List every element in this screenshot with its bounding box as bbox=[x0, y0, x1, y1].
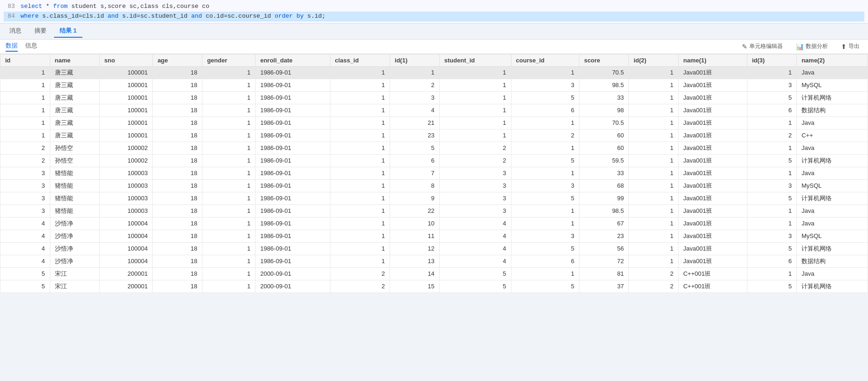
table-cell: 1 bbox=[439, 66, 511, 79]
table-cell: 4 bbox=[439, 217, 511, 230]
table-row[interactable]: 3猪悟能1000031811986-09-011833681Java001班3M… bbox=[0, 179, 868, 192]
table-cell: 18 bbox=[153, 217, 202, 230]
table-cell: 1 bbox=[330, 242, 390, 255]
column-header: enroll_date bbox=[256, 54, 330, 66]
table-cell: Java001班 bbox=[678, 104, 747, 116]
table-cell: 18 bbox=[153, 79, 202, 91]
table-cell: 1 bbox=[511, 267, 579, 280]
table-cell: Java001班 bbox=[678, 242, 747, 255]
table-cell: Java001班 bbox=[678, 142, 747, 154]
table-cell: Java bbox=[797, 267, 868, 280]
table-row[interactable]: 4沙悟净1000041811986-09-0111143231Java001班3… bbox=[0, 230, 868, 242]
table-cell: 100004 bbox=[100, 242, 153, 255]
table-cell: 唐三藏 bbox=[50, 116, 100, 129]
column-header: name(1) bbox=[678, 54, 747, 66]
table-cell: 1986-09-01 bbox=[256, 179, 330, 192]
table-row[interactable]: 1唐三藏1000011811986-09-01121398.51Java001班… bbox=[0, 79, 868, 91]
table-cell: 59.5 bbox=[579, 154, 629, 167]
table-cell: 1986-09-01 bbox=[256, 255, 330, 267]
table-row[interactable]: 3猪悟能1000031811986-09-011935991Java001班5计… bbox=[0, 192, 868, 204]
sub-tab-item[interactable]: 数据 bbox=[6, 41, 18, 52]
table-cell: 1 bbox=[0, 79, 50, 91]
table-cell: 33 bbox=[579, 167, 629, 179]
table-cell: 1 bbox=[511, 217, 579, 230]
table-cell: Java001班 bbox=[678, 167, 747, 179]
table-cell: 21 bbox=[390, 116, 440, 129]
table-row[interactable]: 4沙悟净1000041811986-09-0111245561Java001班5… bbox=[0, 242, 868, 255]
table-cell: 4 bbox=[439, 255, 511, 267]
table-cell: 67 bbox=[579, 217, 629, 230]
table-cell: 18 bbox=[153, 167, 202, 179]
table-cell: Java001班 bbox=[678, 255, 747, 267]
toolbar-action-icon: ✎ bbox=[742, 43, 747, 50]
table-row[interactable]: 5宋江2000011812000-09-0121555372C++001班5计算… bbox=[0, 280, 868, 293]
table-cell: 1 bbox=[330, 91, 390, 104]
table-cell: 5 bbox=[390, 142, 440, 154]
table-cell: 100003 bbox=[100, 204, 153, 217]
table-cell: 1 bbox=[330, 116, 390, 129]
table-cell: 100004 bbox=[100, 230, 153, 242]
table-cell: 1 bbox=[202, 129, 255, 142]
table-cell: 1 bbox=[439, 116, 511, 129]
table-cell: 猪悟能 bbox=[50, 167, 100, 179]
table-row[interactable]: 5宋江2000011812000-09-0121451812C++001班1Ja… bbox=[0, 267, 868, 280]
table-row[interactable]: 4沙悟净1000041811986-09-0111041671Java001班1… bbox=[0, 217, 868, 230]
table-cell: 1 bbox=[202, 79, 255, 91]
table-cell: 3 bbox=[0, 192, 50, 204]
table-cell: 3 bbox=[0, 167, 50, 179]
toolbar-action-icon: ⬆ bbox=[841, 43, 847, 50]
table-cell: 2 bbox=[629, 267, 679, 280]
table-cell: 100004 bbox=[100, 255, 153, 267]
table-cell: Java001班 bbox=[678, 204, 747, 217]
table-cell: 1 bbox=[330, 154, 390, 167]
table-row[interactable]: 1唐三藏1000011811986-09-011315331Java001班5计… bbox=[0, 91, 868, 104]
table-row[interactable]: 1唐三藏1000011811986-09-0112312601Java001班2… bbox=[0, 129, 868, 142]
table-cell: 98 bbox=[579, 104, 629, 116]
table-cell: 6 bbox=[747, 255, 797, 267]
table-cell: 1986-09-01 bbox=[256, 129, 330, 142]
column-header: gender bbox=[202, 54, 255, 66]
table-cell: 1 bbox=[747, 267, 797, 280]
table-row[interactable]: 4沙悟净1000041811986-09-0111346721Java001班6… bbox=[0, 255, 868, 267]
toolbar-action-btn[interactable]: ⬆导出 bbox=[838, 41, 862, 51]
table-cell: 1 bbox=[0, 66, 50, 79]
table-row[interactable]: 1唐三藏1000011811986-09-011416981Java001班6数… bbox=[0, 104, 868, 116]
table-cell: Java bbox=[797, 167, 868, 179]
results-table-container[interactable]: idnamesnoagegenderenroll_dateclass_idid(… bbox=[0, 54, 868, 293]
table-cell: 1 bbox=[629, 104, 679, 116]
table-cell: 23 bbox=[390, 129, 440, 142]
table-row[interactable]: 1唐三藏1000011811986-09-011211170.51Java001… bbox=[0, 116, 868, 129]
table-cell: 9 bbox=[390, 192, 440, 204]
table-cell: 猪悟能 bbox=[50, 192, 100, 204]
table-cell: 37 bbox=[579, 280, 629, 293]
sub-tab-item[interactable]: 信息 bbox=[25, 41, 37, 52]
table-cell: 2 bbox=[439, 142, 511, 154]
table-row[interactable]: 2孙悟空1000021811986-09-011521601Java001班1J… bbox=[0, 142, 868, 154]
table-cell: 1 bbox=[511, 116, 579, 129]
table-cell: 18 bbox=[153, 129, 202, 142]
table-cell: 3 bbox=[439, 204, 511, 217]
table-row[interactable]: 1唐三藏1000011811986-09-01111170.51Java001班… bbox=[0, 66, 868, 79]
tab-item[interactable]: 摘要 bbox=[29, 25, 52, 38]
table-cell: 1 bbox=[439, 129, 511, 142]
toolbar-action-btn[interactable]: ✎单元格编辑器 bbox=[739, 41, 786, 51]
table-cell: 3 bbox=[0, 179, 50, 192]
table-row[interactable]: 3猪悟能1000031811986-09-011223198.51Java001… bbox=[0, 204, 868, 217]
table-row[interactable]: 3猪悟能1000031811986-09-011731331Java001班1J… bbox=[0, 167, 868, 179]
table-cell: 计算机网络 bbox=[797, 91, 868, 104]
table-cell: 沙悟净 bbox=[50, 230, 100, 242]
table-cell: 100001 bbox=[100, 129, 153, 142]
table-cell: 3 bbox=[747, 179, 797, 192]
table-row[interactable]: 2孙悟空1000021811986-09-01162559.51Java001班… bbox=[0, 154, 868, 167]
toolbar-action-btn[interactable]: 📊数据分析 bbox=[793, 41, 831, 51]
table-cell: 13 bbox=[390, 255, 440, 267]
table-cell: 1 bbox=[629, 167, 679, 179]
tab-item[interactable]: 消息 bbox=[4, 25, 27, 38]
tab-item[interactable]: 结果 1 bbox=[54, 25, 82, 38]
table-cell: 4 bbox=[0, 230, 50, 242]
table-cell: 1 bbox=[202, 255, 255, 267]
table-cell: 3 bbox=[747, 79, 797, 91]
column-header: name(2) bbox=[797, 54, 868, 66]
table-cell: 4 bbox=[439, 242, 511, 255]
table-cell: 2 bbox=[0, 154, 50, 167]
